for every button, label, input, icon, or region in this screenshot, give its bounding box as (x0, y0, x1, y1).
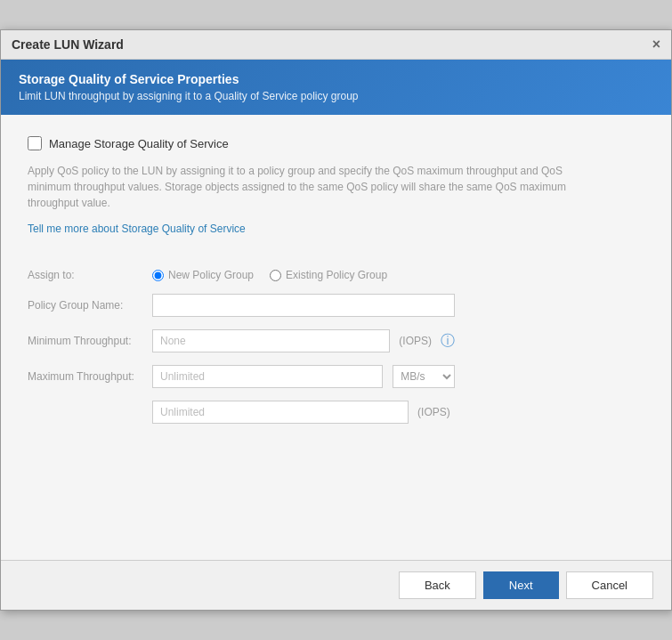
assign-to-label: Assign to: (28, 269, 152, 281)
create-lun-wizard-dialog: Create LUN Wizard × Storage Quality of S… (0, 29, 672, 611)
assign-to-options: New Policy Group Existing Policy Group (152, 269, 455, 281)
header-main-title: Storage Quality of Service Properties (19, 72, 653, 86)
footer: Back Next Cancel (1, 560, 671, 610)
header-sub-title: Limit LUN throughput by assigning it to … (19, 90, 653, 102)
next-button[interactable]: Next (483, 571, 559, 599)
new-policy-group-option[interactable]: New Policy Group (152, 269, 254, 281)
max-throughput-label: Maximum Throughput: (28, 370, 152, 383)
new-policy-group-label: New Policy Group (168, 269, 254, 281)
existing-policy-group-option[interactable]: Existing Policy Group (270, 269, 387, 281)
min-throughput-row: Minimum Throughput: (IOPS) ⓘ (28, 329, 644, 352)
max-throughput-mbps-input[interactable] (152, 365, 383, 388)
min-throughput-label: Minimum Throughput: (28, 335, 152, 347)
manage-qos-checkbox[interactable] (28, 136, 42, 150)
assign-to-row: Assign to: New Policy Group Existing Pol… (28, 269, 644, 281)
header-banner: Storage Quality of Service Properties Li… (1, 60, 671, 115)
policy-group-name-input[interactable] (152, 294, 455, 317)
title-bar: Create LUN Wizard × (1, 30, 671, 60)
max-throughput-iops-input[interactable] (152, 401, 409, 424)
policy-group-name-field (152, 294, 455, 317)
existing-policy-group-radio[interactable] (270, 270, 281, 281)
manage-qos-label[interactable]: Manage Storage Quality of Service (49, 137, 229, 150)
new-policy-group-radio[interactable] (152, 270, 164, 281)
max-throughput-unit-select[interactable]: MB/s IOPS (393, 365, 455, 388)
max-throughput-iops-control: (IOPS) (152, 401, 455, 424)
learn-more-link[interactable]: Tell me more about Storage Quality of Se… (28, 223, 246, 235)
min-throughput-unit: (IOPS) (399, 335, 433, 347)
policy-group-name-label: Policy Group Name: (28, 299, 152, 312)
form-section: Assign to: New Policy Group Existing Pol… (28, 269, 644, 424)
min-throughput-input[interactable] (152, 329, 390, 352)
max-throughput-iops-unit: (IOPS) (417, 406, 455, 418)
qos-description: Apply QoS policy to the LUN by assigning… (28, 163, 571, 211)
max-throughput-mbps-row: Maximum Throughput: MB/s IOPS (28, 365, 644, 388)
policy-group-name-row: Policy Group Name: (28, 294, 644, 317)
existing-policy-group-label: Existing Policy Group (286, 269, 387, 281)
min-throughput-control: (IOPS) ⓘ (152, 329, 455, 352)
max-throughput-mbps-control: MB/s IOPS (152, 365, 455, 388)
dialog-title: Create LUN Wizard (12, 37, 124, 52)
info-icon: ⓘ (441, 332, 455, 351)
close-button[interactable]: × (652, 37, 660, 52)
content-area: Manage Storage Quality of Service Apply … (1, 115, 671, 560)
max-throughput-iops-row: (IOPS) (28, 401, 644, 424)
back-button[interactable]: Back (399, 571, 476, 599)
cancel-button[interactable]: Cancel (566, 571, 653, 599)
manage-qos-row: Manage Storage Quality of Service (28, 136, 644, 150)
